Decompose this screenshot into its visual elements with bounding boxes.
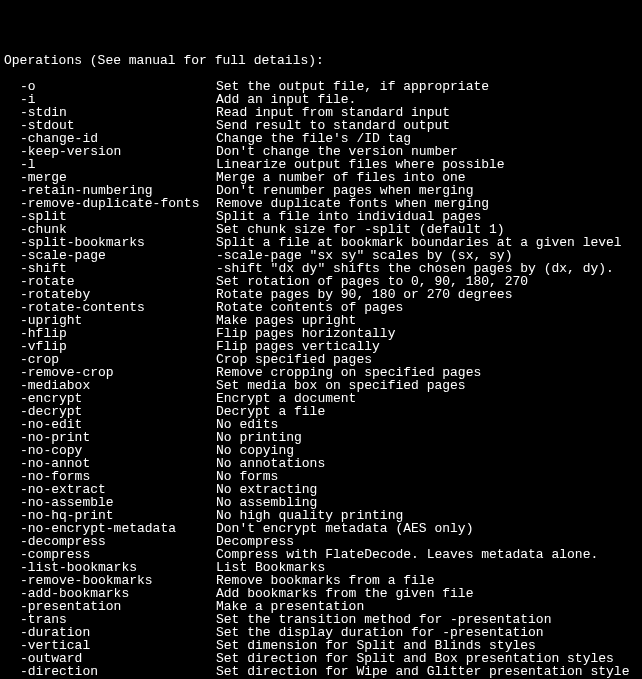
option-row: -no-editNo edits xyxy=(4,418,638,431)
option-row: -decryptDecrypt a file xyxy=(4,405,638,418)
option-description: Decrypt a file xyxy=(216,405,638,418)
option-flag: -o xyxy=(20,80,216,93)
option-row: -no-annotNo annotations xyxy=(4,457,638,470)
operations-header: Operations (See manual for full details)… xyxy=(4,54,638,67)
option-flag: -direction xyxy=(20,665,216,678)
option-row: -no-printNo printing xyxy=(4,431,638,444)
option-row: -directionSet direction for Wipe and Gli… xyxy=(4,665,638,678)
options-list: -oSet the output file, if appropriate-iA… xyxy=(4,80,638,679)
option-description: No annotations xyxy=(216,457,638,470)
option-description: Set direction for Wipe and Glitter prese… xyxy=(216,665,638,678)
option-flag: -keep-version xyxy=(20,145,216,158)
